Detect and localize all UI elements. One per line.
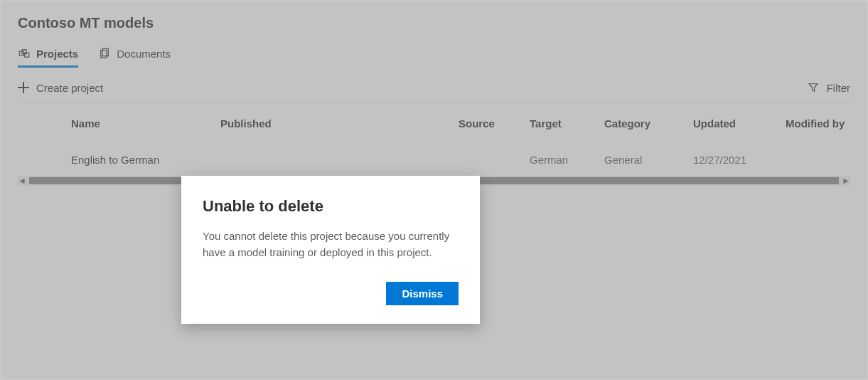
- filter-icon: [807, 81, 820, 94]
- dialog-body: You cannot delete this project because y…: [203, 228, 459, 260]
- plus-icon: [18, 82, 29, 93]
- documents-icon: [98, 47, 111, 60]
- projects-table: Name Published Source Target Category Up…: [18, 102, 850, 186]
- tab-documents[interactable]: Documents: [98, 44, 171, 65]
- filter-button[interactable]: Filter: [807, 81, 850, 94]
- page-title: Contoso MT models: [18, 15, 850, 31]
- dialog-title: Unable to delete: [203, 197, 459, 216]
- col-source[interactable]: Source: [459, 117, 530, 130]
- filter-label: Filter: [827, 82, 850, 94]
- cell-name: English to German: [71, 154, 220, 166]
- toolbar: Create project Filter: [18, 78, 850, 102]
- create-project-button[interactable]: Create project: [18, 82, 103, 94]
- col-published[interactable]: Published: [220, 117, 459, 130]
- table-header-row: Name Published Source Target Category Up…: [18, 103, 850, 143]
- table-row[interactable]: English to German German General 12/27/2…: [18, 143, 850, 176]
- cell-category: General: [604, 154, 693, 166]
- col-category[interactable]: Category: [604, 117, 693, 130]
- col-modified-by[interactable]: Modified by: [786, 117, 868, 130]
- scroll-right-icon[interactable]: ►: [842, 176, 850, 185]
- cell-target: German: [530, 154, 604, 166]
- projects-icon: [18, 47, 31, 60]
- col-target[interactable]: Target: [530, 117, 604, 130]
- svg-rect-4: [102, 48, 108, 56]
- cell-updated: 12/27/2021: [693, 154, 786, 166]
- dismiss-button[interactable]: Dismiss: [386, 282, 459, 305]
- svg-rect-3: [101, 51, 107, 58]
- delete-error-dialog: Unable to delete You cannot delete this …: [181, 176, 480, 324]
- tab-documents-label: Documents: [117, 48, 171, 60]
- tab-projects-label: Projects: [36, 48, 78, 60]
- col-updated[interactable]: Updated: [693, 117, 786, 130]
- tabs: Projects Documents: [18, 44, 850, 65]
- svg-rect-0: [19, 51, 23, 56]
- col-name[interactable]: Name: [71, 117, 220, 130]
- create-project-label: Create project: [36, 82, 103, 94]
- scroll-left-icon[interactable]: ◄: [18, 176, 26, 185]
- tab-projects[interactable]: Projects: [18, 44, 78, 68]
